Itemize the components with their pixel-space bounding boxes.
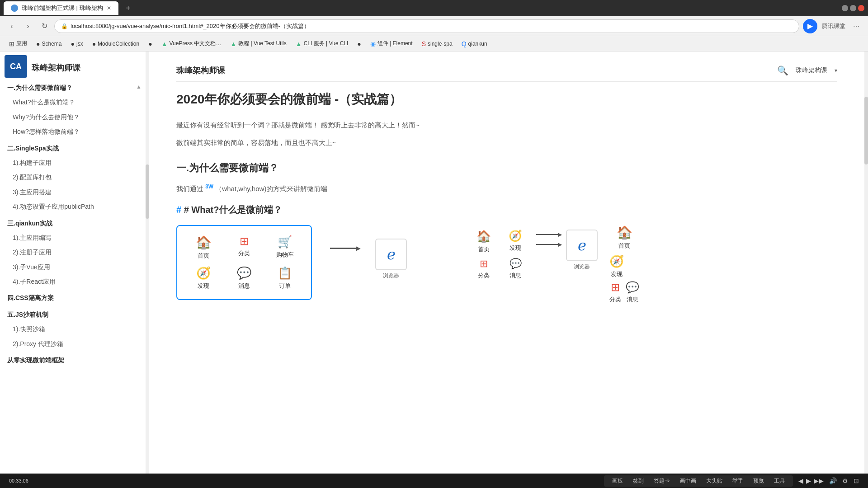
monolith-diagram: 🏠 首页 ⊞ 分类 🛒 购物车 🧭 发现 <box>176 225 312 300</box>
prev-button[interactable]: ◀ <box>798 477 803 484</box>
sidebar-item-what[interactable]: What?什么是微前端？ <box>0 95 149 109</box>
bookmark-cli[interactable]: ▲ CLI 服务 | Vue CLI <box>292 38 352 49</box>
bookmark-jsx[interactable]: ● jsx <box>67 38 87 49</box>
sidebar-s3-1-label: 1).主应用编写 <box>13 234 52 241</box>
compass-icon: 🧭 <box>196 266 211 280</box>
sidebar-section3-label: 三.qiankun实战 <box>7 220 52 227</box>
toolbar-btn-raise[interactable]: 举手 <box>728 476 748 486</box>
ie-icon-2: ℯ <box>578 237 586 254</box>
sidebar-item-css[interactable]: 四.CSS隔离方案 <box>0 291 149 305</box>
fullscreen-icon[interactable]: ⊡ <box>854 477 859 484</box>
standalone-cat-icon: ⊞ <box>611 281 620 294</box>
main-scrollbar-thumb[interactable] <box>864 97 868 164</box>
bookmark-module-label: ModuleCollection <box>98 41 139 47</box>
sidebar-section4-label: 四.CSS隔离方案 <box>7 294 54 301</box>
sidebar-item-child-react[interactable]: 4).子React应用 <box>0 274 149 289</box>
toolbar-btn-avatar[interactable]: 大头贴 <box>702 476 727 486</box>
lock-icon: 🔒 <box>61 23 68 29</box>
time-display: 00:33:06 <box>9 478 28 483</box>
address-bar[interactable]: 🔒 localhost:8080/jg-vue/vue-analyse/mic-… <box>54 19 799 33</box>
sidebar-item-main-write[interactable]: 1).主应用编写 <box>0 230 149 245</box>
toolbar-btn-pip[interactable]: 画中画 <box>675 476 701 486</box>
sidebar-item-how[interactable]: How?怎样落地微前端？ <box>0 124 149 139</box>
standalone-home-icon: 🏠 <box>617 225 632 240</box>
sidebar-item-qiankun[interactable]: 三.qiankun实战 <box>0 216 149 230</box>
more-button[interactable]: ⋯ <box>850 20 863 33</box>
sidebar-scrollbar-thumb[interactable] <box>146 164 149 219</box>
sidebar-item-js-sandbox[interactable]: 五.JS沙箱机制 <box>0 307 149 322</box>
sidebar-item-main-setup[interactable]: 3).主应用搭建 <box>0 185 149 199</box>
sidebar-item-singlespa[interactable]: 二.SingleSpa实战 <box>0 141 149 155</box>
sidebar-what-label: What?什么是微前端？ <box>13 99 75 106</box>
search-icon[interactable]: 🔍 <box>777 65 788 76</box>
play-button-icon[interactable]: ▶ <box>803 19 817 33</box>
tab-close-button[interactable]: ✕ <box>107 5 111 11</box>
toolbar-btn-tools[interactable]: 工具 <box>769 476 789 486</box>
right-message: 💬 消息 <box>502 258 529 280</box>
toolbar-btn-quiz[interactable]: 答题卡 <box>649 476 675 486</box>
subsection1-title: # # What?什么是微前端？ <box>176 204 837 216</box>
bookmark-github1[interactable]: ● <box>145 38 156 49</box>
sidebar-s2-3-label: 3).主应用搭建 <box>13 188 52 196</box>
maximize-button[interactable] <box>850 5 856 11</box>
back-button[interactable]: ‹ <box>5 20 18 33</box>
toolbar-btn-signin[interactable]: 签到 <box>628 476 648 486</box>
next-button[interactable]: ▶▶ <box>814 477 824 484</box>
forward-button[interactable]: › <box>22 20 34 33</box>
browser-tab[interactable]: 珠峰前端架构正式课 | 珠峰架构 ✕ <box>4 1 118 15</box>
sidebar-item-why[interactable]: 一.为什么需要微前端？ ▲ <box>0 80 149 95</box>
sidebar-item-configure[interactable]: 2).配置库打包 <box>0 170 149 184</box>
reload-button[interactable]: ↻ <box>38 20 51 33</box>
arrow-top: ▶ <box>536 234 559 235</box>
main-content: 珠峰架构师课 🔍 珠峰架构课 ▾ 2020年你必须要会的微前端 -（实战篇） 最… <box>149 52 864 474</box>
collapse-icon[interactable]: ▲ <box>136 83 142 91</box>
bookmark-qiankun-label: qiankun <box>468 41 487 47</box>
sidebar-item-public-path[interactable]: 4).动态设置子应用publicPath <box>0 199 149 214</box>
standalone-msg-label: 消息 <box>627 296 638 304</box>
sidebar-section1-label: 一.为什么需要微前端？ <box>7 84 72 91</box>
browser1-label: 浏览器 <box>383 272 399 280</box>
bookmark-vue-test[interactable]: ▲ 教程 | Vue Test Utils <box>226 38 290 49</box>
ca-logo: CA <box>5 55 27 78</box>
message-label: 消息 <box>238 282 250 290</box>
close-button[interactable] <box>858 5 864 11</box>
ie-icon-box: ℯ <box>375 239 407 270</box>
sidebar-scrollbar[interactable] <box>146 52 149 474</box>
bookmark-github2[interactable]: ● <box>354 38 364 49</box>
right-discover-label: 发现 <box>509 244 521 252</box>
bookmark-qiankun[interactable]: Q qiankun <box>458 38 491 49</box>
sidebar-item-build-child[interactable]: 1).构建子应用 <box>0 155 149 170</box>
diagram-item-order: 📋 订单 <box>268 266 302 290</box>
section1-para: 我们通过 3W （what,why,how)的方式来讲解微前端 <box>176 182 837 195</box>
play-pause-button[interactable]: ▶ <box>806 477 811 484</box>
bookmark-apps[interactable]: ⊞ 应用 <box>5 38 31 49</box>
toolbar-btn-board[interactable]: 画板 <box>608 476 627 486</box>
sidebar-item-register[interactable]: 2).注册子应用 <box>0 245 149 259</box>
bookmark-element[interactable]: ◉ 组件 | Element <box>367 38 416 49</box>
bookmark-single-spa[interactable]: S single-spa <box>418 38 456 49</box>
bookmark-jsx-label: jsx <box>76 41 83 47</box>
sidebar-item-snapshot[interactable]: 1).快照沙箱 <box>0 322 149 336</box>
sidebar-section2-label: 二.SingleSpa实战 <box>7 145 59 152</box>
bookmark-schema[interactable]: ● Schema <box>33 38 66 49</box>
toolbar-btn-preview[interactable]: 预览 <box>749 476 769 486</box>
minimize-button[interactable] <box>842 5 848 11</box>
dropdown-arrow-icon[interactable]: ▾ <box>835 67 837 74</box>
bookmark-vuepress-label: VuePress 中文文档… <box>170 40 222 47</box>
sidebar-why-label: Why?为什么去使用他？ <box>13 113 80 121</box>
section1-para-text: 我们通过 <box>176 185 203 192</box>
right-message-label: 消息 <box>509 272 521 280</box>
sidebar-item-proxy[interactable]: 2).Proxy 代理沙箱 <box>0 337 149 351</box>
sidebar-item-from-zero[interactable]: 从零实现微前端框架 <box>0 353 149 367</box>
settings-icon[interactable]: ⚙ <box>842 477 848 484</box>
bookmark-module-collection[interactable]: ● ModuleCollection <box>89 38 143 49</box>
new-tab-button[interactable]: + <box>122 2 135 14</box>
main-scrollbar[interactable] <box>864 52 868 474</box>
sidebar-item-why2[interactable]: Why?为什么去使用他？ <box>0 110 149 124</box>
chat-icon: 💬 <box>237 266 251 280</box>
arrow-head: ▶ <box>356 244 361 252</box>
bookmark-vuepress[interactable]: ▲ VuePress 中文文档… <box>158 38 225 49</box>
sidebar-item-child-vue[interactable]: 3).子Vue应用 <box>0 260 149 274</box>
volume-icon[interactable]: 🔊 <box>829 477 837 484</box>
right-discover: 🧭 发现 <box>502 230 529 253</box>
